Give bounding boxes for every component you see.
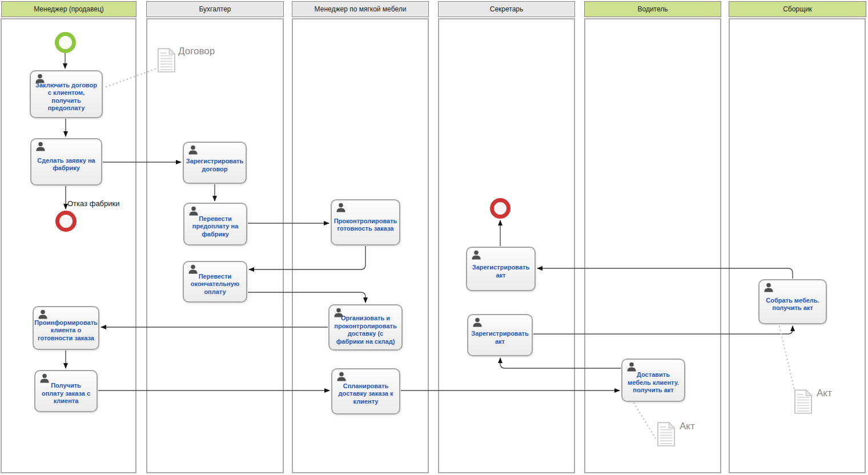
person-icon — [626, 362, 637, 372]
person-icon — [35, 74, 45, 83]
task-label: Организовать и проконтролировать доставк… — [333, 315, 397, 345]
document-icon — [794, 389, 812, 414]
person-icon — [38, 309, 48, 319]
person-icon — [333, 308, 344, 317]
lane-title: Сборщик — [783, 5, 812, 13]
document-label-act-assembler: Акт — [817, 388, 832, 399]
person-icon — [472, 317, 483, 327]
task-label: Сделать заявку на фабрику — [35, 157, 97, 172]
person-icon — [336, 203, 346, 212]
document-contract[interactable] — [158, 48, 175, 75]
task-label: Получить оплату заказа с клиента — [39, 382, 93, 405]
task-transfer-prepayment[interactable]: Перевести предоплату на фабрику — [183, 203, 247, 245]
task-label: Собрать мебель. получить акт — [763, 297, 822, 312]
lane-header-manager-seller: Менеджер (продавец) — [1, 1, 136, 17]
document-label-act-driver: Акт — [680, 421, 695, 432]
lane-header-assembler: Сборщик — [729, 1, 866, 17]
document-act-driver[interactable] — [657, 422, 675, 449]
task-register-act-1[interactable]: Зарегистрировать акт — [466, 247, 536, 291]
lane-header-accountant: Бухгалтер — [146, 1, 284, 17]
task-label: Спланировать доставку заказа к клиенту — [336, 383, 395, 406]
lane-title: Бухгалтер — [199, 5, 231, 13]
person-icon — [188, 145, 198, 155]
task-transfer-final-payment[interactable]: Перевести окончательную оплату — [183, 261, 247, 303]
person-icon — [39, 373, 50, 383]
task-label: Проконтролировать готовность заказа — [334, 218, 397, 233]
person-icon — [471, 250, 481, 260]
person-icon — [188, 206, 199, 216]
lane-header-soft-furniture-manager: Менеджер по мягкой мебели — [292, 1, 429, 17]
task-register-contract[interactable]: Зарегистрировать договор — [183, 142, 247, 184]
task-inform-client-ready[interactable]: Проинформировать клиента о готовности за… — [33, 306, 99, 350]
task-conclude-contract[interactable]: Заключить договор с клиентом, получить п… — [30, 70, 103, 118]
person-icon — [35, 142, 46, 151]
document-act-assembler[interactable] — [794, 389, 812, 416]
document-icon — [657, 422, 675, 446]
lane-body-secretary — [438, 18, 575, 473]
edge-label-factory-refusal: Отказ фабрики — [67, 199, 120, 208]
end-event-final[interactable] — [490, 198, 511, 219]
person-icon — [336, 372, 347, 381]
task-label: Заключить договор с клиентом, получить п… — [35, 82, 98, 112]
lane-header-secretary: Секретарь — [438, 1, 575, 17]
lane-body-accountant — [146, 18, 284, 473]
task-receive-payment[interactable]: Получить оплату заказа с клиента — [34, 370, 98, 412]
task-label: Перевести предоплату на фабрику — [188, 215, 242, 239]
task-label: Доставить мебель клиенту. получить акт — [626, 371, 680, 395]
task-deliver-furniture[interactable]: Доставить мебель клиенту. получить акт — [621, 359, 685, 402]
lane-title: Менеджер (продавец) — [34, 5, 104, 13]
task-label: Зарегистрировать акт — [471, 264, 531, 279]
task-label: Зарегистрировать акт — [471, 330, 529, 345]
task-control-order-readiness[interactable]: Проконтролировать готовность заказа — [331, 199, 400, 245]
task-label: Перевести окончательную оплату — [188, 273, 242, 296]
task-make-factory-request[interactable]: Сделать заявку на фабрику — [30, 138, 102, 186]
lane-title: Менеджер по мягкой мебели — [315, 5, 407, 13]
lane-header-driver: Водитель — [584, 1, 721, 17]
task-label: Проинформировать клиента о готовности за… — [34, 319, 98, 343]
person-icon — [188, 264, 198, 274]
lane-title: Секретарь — [490, 5, 524, 13]
end-event-factory-refusal[interactable] — [55, 211, 77, 232]
person-icon — [763, 283, 774, 292]
task-organize-delivery-to-warehouse[interactable]: Организовать и проконтролировать доставк… — [328, 304, 403, 351]
task-register-act-2[interactable]: Зарегистрировать акт — [467, 314, 533, 356]
bpmn-diagram: Менеджер (продавец) Бухгалтер Менеджер п… — [0, 0, 868, 475]
start-event[interactable] — [55, 32, 76, 53]
task-label: Зарегистрировать договор — [186, 158, 244, 173]
document-label-contract: Договор — [178, 46, 215, 57]
lane-title: Водитель — [637, 5, 668, 13]
lane-body-driver — [584, 18, 721, 473]
task-assemble-furniture[interactable]: Собрать мебель. получить акт — [758, 279, 827, 324]
document-icon — [158, 48, 175, 73]
task-plan-delivery-to-client[interactable]: Спланировать доставку заказа к клиенту — [331, 368, 400, 414]
